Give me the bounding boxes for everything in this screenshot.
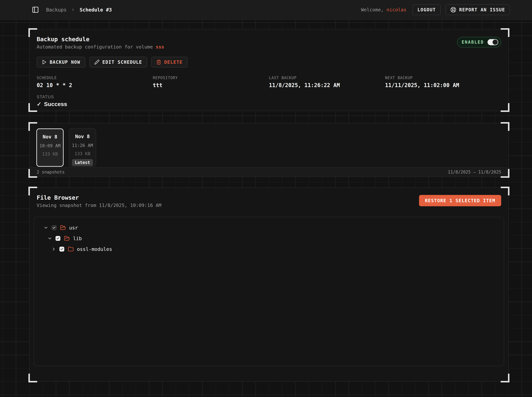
- field-schedule: SCHEDULE 02 10 * * 2: [37, 75, 153, 88]
- lifebuoy-icon: [450, 7, 456, 13]
- username: nicolas: [386, 7, 406, 12]
- checkbox-usr[interactable]: [52, 225, 57, 230]
- breadcrumb-current: Schedule #3: [80, 7, 112, 13]
- corner-bracket: [28, 374, 37, 382]
- corner-bracket: [501, 122, 509, 131]
- field-label: NEXT BACKUP: [385, 75, 501, 80]
- chevron-right-icon[interactable]: [51, 247, 56, 252]
- enabled-toggle[interactable]: ENABLED: [457, 37, 501, 48]
- sidebar-toggle-button[interactable]: [31, 6, 40, 14]
- snapshot-date: Nov 8: [43, 134, 57, 140]
- checkbox-lib[interactable]: [56, 236, 60, 241]
- snapshot-time: 11:26 AM: [72, 143, 93, 148]
- snapshot-card-latest[interactable]: Nov 8 11:26 AM 133 KB Latest: [69, 128, 96, 167]
- tree-row-usr[interactable]: usr: [34, 222, 504, 233]
- checkbox-ossl-modules[interactable]: [59, 247, 64, 252]
- enabled-label: ENABLED: [462, 40, 484, 45]
- field-last-backup: LAST BACKUP 11/8/2025, 11:26:22 AM: [269, 75, 385, 88]
- latest-badge: Latest: [72, 159, 93, 166]
- check-icon: ✓: [37, 101, 41, 107]
- status-value: ✓ Success: [37, 101, 501, 107]
- snapshot-card-selected[interactable]: Nov 8 10:09 AM 133 KB: [36, 128, 64, 167]
- tree-row-ossl-modules[interactable]: ossl-modules: [34, 244, 504, 254]
- welcome-text: Welcome, nicolas: [361, 7, 406, 12]
- edit-schedule-button[interactable]: EDIT SCHEDULE: [89, 57, 147, 68]
- top-bar: Backups Schedule #3 Welcome, nicolas LOG…: [0, 0, 532, 20]
- breadcrumb: Backups Schedule #3: [46, 7, 112, 13]
- corner-bracket: [501, 103, 509, 112]
- snapshot-date: Nov 8: [75, 134, 90, 139]
- corner-bracket: [28, 28, 37, 37]
- snapshots-footer: 2 snapshots 11/8/2025 – 11/8/2025: [30, 167, 508, 177]
- field-value: 11/8/2025, 11:26:22 AM: [269, 82, 385, 88]
- field-next-backup: NEXT BACKUP 11/11/2025, 11:02:00 AM: [385, 75, 501, 88]
- field-value: 11/11/2025, 11:02:00 AM: [385, 82, 501, 88]
- tree-label: usr: [69, 225, 78, 231]
- breadcrumb-backups[interactable]: Backups: [46, 7, 67, 13]
- chevron-down-icon[interactable]: [44, 225, 48, 230]
- field-label: LAST BACKUP: [269, 75, 385, 80]
- toggle-knob: [493, 40, 498, 45]
- snapshots-panel: Nov 8 10:09 AM 133 KB Nov 8 11:26 AM 133…: [29, 123, 509, 177]
- snapshot-count: 2 snapshots: [37, 170, 65, 174]
- panel-left-icon: [32, 6, 39, 13]
- schedule-info-grid: SCHEDULE 02 10 * * 2 REPOSITORY ttt LAST…: [37, 75, 501, 88]
- snapshot-date-range: 11/8/2025 – 11/8/2025: [448, 170, 501, 174]
- corner-bracket: [28, 103, 37, 112]
- volume-name: sss: [156, 44, 164, 50]
- folder-icon: [68, 246, 74, 252]
- logout-button[interactable]: LOGOUT: [412, 4, 441, 15]
- play-icon: [42, 60, 47, 65]
- tree-label: ossl-modules: [77, 246, 112, 252]
- corner-bracket: [501, 187, 509, 195]
- file-browser-title: File Browser: [37, 194, 161, 201]
- tree-row-lib[interactable]: lib: [34, 233, 504, 244]
- delete-button[interactable]: DELETE: [151, 57, 187, 68]
- field-label: SCHEDULE: [37, 75, 153, 80]
- toggle-switch[interactable]: [488, 39, 498, 45]
- field-value: ttt: [153, 82, 269, 88]
- restore-selected-button[interactable]: RESTORE 1 SELECTED ITEM: [419, 195, 501, 206]
- trash-icon: [156, 60, 161, 65]
- snapshot-size: 133 KB: [75, 151, 90, 156]
- file-browser-subtitle: Viewing snapshot from 11/8/2025, 10:09:1…: [37, 203, 161, 208]
- snapshot-time: 10:09 AM: [39, 143, 61, 148]
- chevron-right-icon: [71, 7, 75, 12]
- corner-bracket: [501, 28, 509, 37]
- backup-schedule-panel: Backup schedule Automated backup configu…: [29, 29, 509, 111]
- panel-subtitle: Automated backup configuration for volum…: [37, 44, 164, 50]
- corner-bracket: [28, 122, 37, 131]
- status-label: STATUS: [37, 94, 501, 99]
- field-value: 02 10 * * 2: [37, 82, 153, 88]
- file-browser-panel: File Browser Viewing snapshot from 11/8/…: [29, 187, 509, 382]
- folder-open-icon: [64, 236, 70, 241]
- panel-title: Backup schedule: [37, 36, 164, 43]
- file-tree: usr lib ossl-modules: [34, 217, 504, 366]
- chevron-down-icon[interactable]: [47, 236, 52, 241]
- corner-bracket: [501, 374, 509, 382]
- pencil-icon: [94, 60, 100, 65]
- backup-now-button[interactable]: BACKUP NOW: [37, 57, 85, 68]
- field-repository: REPOSITORY ttt: [153, 75, 269, 88]
- tree-label: lib: [73, 236, 82, 241]
- snapshot-size: 133 KB: [42, 151, 58, 156]
- report-issue-button[interactable]: REPORT AN ISSUE: [445, 4, 510, 15]
- field-label: REPOSITORY: [153, 75, 269, 80]
- folder-open-icon: [60, 225, 66, 231]
- corner-bracket: [28, 187, 37, 195]
- field-status: STATUS ✓ Success: [37, 94, 501, 107]
